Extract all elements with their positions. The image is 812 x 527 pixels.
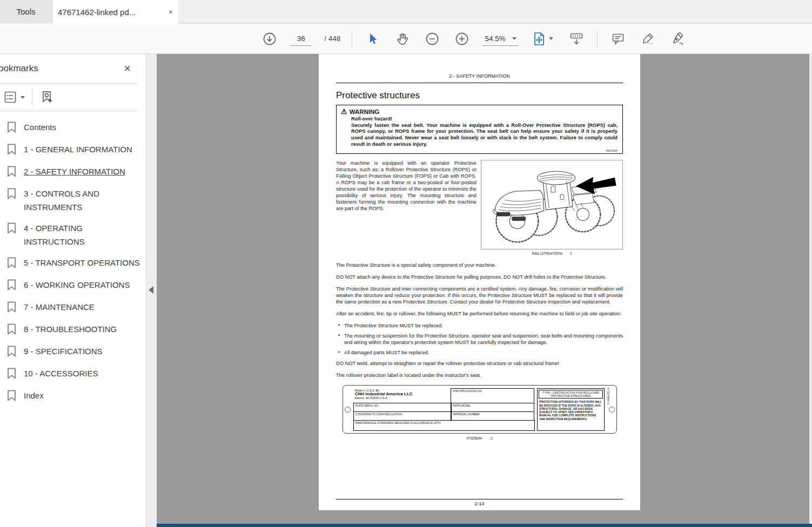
label-company: CNH Industrial America LLC xyxy=(355,392,450,396)
bookmark-label: 3 - CONTROLS AND INSTRUMENTS xyxy=(24,187,140,214)
bookmark-label: Index xyxy=(24,389,44,403)
tab-close-icon[interactable]: × xyxy=(169,8,173,16)
bookmark-locate-icon xyxy=(39,90,55,105)
bullet-item: All damaged parts MUST be replaced. xyxy=(338,349,623,356)
fill-sign-button[interactable] xyxy=(668,30,687,48)
warning-code: W0143A xyxy=(341,149,618,152)
label-address: Racine, WI 53404 U.S.A. xyxy=(355,396,450,400)
bookmark-icon xyxy=(7,344,19,359)
label-for-application: FOR APPLICATION ON xyxy=(451,388,534,403)
label-caption: 479296442 xyxy=(343,436,617,440)
bookmark-item[interactable]: 1 - GENERAL INFORMATION xyxy=(0,139,146,161)
main-toolbar: / 448 54.5% xyxy=(0,24,812,54)
bookmarks-panel: ookmarks × Contents xyxy=(0,54,146,527)
hand-tool-button[interactable] xyxy=(393,30,412,48)
bookmark-label: 9 - SPECIFICATIONS xyxy=(24,344,103,359)
warning-label: WARNING xyxy=(350,109,380,115)
bookmark-icon xyxy=(7,322,19,337)
toolbar-separator xyxy=(597,30,598,48)
page-running-header: 2 - SAFETY INFORMATION xyxy=(336,73,623,79)
locate-current-bookmark-button[interactable] xyxy=(39,90,55,105)
panel-resize-strip[interactable] xyxy=(146,54,157,527)
bookmark-item[interactable]: 10 - ACCESSORIES xyxy=(0,363,146,385)
bookmark-label: 8 - TROUBLESHOOTING xyxy=(24,322,117,337)
label-mount-hole xyxy=(609,407,615,413)
header-rule xyxy=(336,83,623,83)
body-paragraph: After an accident, fire, tip or rollover… xyxy=(336,310,623,317)
toolbar-separator xyxy=(352,30,352,48)
warning-triangle-icon: ⚠ xyxy=(341,108,347,115)
tab-document[interactable]: 47671462-linked pd... × xyxy=(52,0,178,24)
bookmark-item[interactable]: 5 - TRANSPORT OPERATIONS xyxy=(0,252,146,274)
body-paragraph: DO NOT attach any device to the Protecti… xyxy=(336,274,623,280)
tab-document-label: 47671462-linked pd... xyxy=(58,8,136,17)
comment-button[interactable] xyxy=(609,30,627,48)
zoom-out-button[interactable] xyxy=(423,30,441,48)
cursor-arrow-icon xyxy=(366,32,379,45)
highlighter-icon xyxy=(641,32,655,46)
bookmark-item[interactable]: 6 - WORKING OPERATIONS xyxy=(0,274,146,296)
figure-caption: RAIL13TR04792FA1 xyxy=(481,252,623,255)
download-icon xyxy=(263,32,277,46)
dock-toolbar-button[interactable] xyxy=(567,30,586,48)
bookmark-icon xyxy=(7,389,19,403)
bookmark-item[interactable]: 9 - SPECIFICATIONS xyxy=(0,341,146,363)
label-approval: APPROVAL NUMBER xyxy=(451,411,534,421)
highlight-button[interactable] xyxy=(639,30,657,48)
bookmark-item[interactable]: 2 - SAFETY INFORMATION xyxy=(0,161,146,183)
bookmark-item[interactable]: 3 - CONTROLS AND INSTRUMENTS xyxy=(0,183,146,218)
pdf-page: 2 - SAFETY INFORMATION Protective struct… xyxy=(319,54,640,510)
page-footer: 2-14 xyxy=(336,499,623,506)
select-tool-button[interactable] xyxy=(364,30,382,48)
zoom-in-button[interactable] xyxy=(453,30,471,48)
intro-paragraph: Your machine is equipped with an operato… xyxy=(336,160,477,255)
page-number-input[interactable] xyxy=(290,32,312,46)
bookmark-icon xyxy=(7,256,19,271)
bookmark-icon xyxy=(7,278,19,293)
bookmark-icon xyxy=(7,143,19,157)
bookmark-icon xyxy=(7,187,19,214)
zoom-level-dropdown[interactable]: 54.5% xyxy=(482,32,518,46)
label-type-cert: TYPE - CERTIFICATION FOR ROLLOVER PROTEC… xyxy=(539,390,603,399)
label-protection-note: PROTECTION AFFORDED BY THIS ROPS WILL BE… xyxy=(538,400,604,421)
figure-code: RAIL13TR04792FA xyxy=(532,252,562,255)
bookmark-label: 10 - ACCESSORIES xyxy=(24,367,98,381)
chevron-down-icon xyxy=(21,96,25,99)
tractor-line-drawing xyxy=(485,164,619,246)
bookmark-item[interactable]: 8 - TROUBLESHOOTING xyxy=(0,319,146,341)
bullet-item: The mounting or suspension for the Prote… xyxy=(338,333,623,346)
figure-number: 1 xyxy=(570,252,572,255)
page-number: 2-14 xyxy=(336,501,623,506)
label-mount-hole xyxy=(345,407,351,413)
options-list-icon xyxy=(3,90,17,104)
bookmark-icon xyxy=(7,221,19,248)
zoom-in-icon xyxy=(455,32,469,46)
tractor-figure xyxy=(481,160,623,249)
document-viewport[interactable]: 2 - SAFETY INFORMATION Protective struct… xyxy=(157,54,812,527)
close-panel-icon[interactable]: × xyxy=(124,63,131,75)
label-caption-code: 47929644 xyxy=(466,436,482,440)
collapse-panel-icon[interactable] xyxy=(149,286,153,294)
bookmark-label: 7 - MAINTENANCE xyxy=(24,300,95,315)
bookmark-item[interactable]: Index xyxy=(0,385,146,407)
bookmark-label: 6 - WORKING OPERATIONS xyxy=(24,278,130,293)
zoom-level-value: 54.5% xyxy=(485,35,505,43)
bookmarks-options-button[interactable] xyxy=(3,90,25,104)
bookmark-label: 1 - GENERAL INFORMATION xyxy=(24,143,132,157)
vertical-scrollbar[interactable] xyxy=(809,54,812,524)
bullet-list: The Protective Structure MUST be replace… xyxy=(338,322,623,356)
label-rops-model: ROPS MODEL xyxy=(451,403,534,412)
tab-tools-label: Tools xyxy=(16,7,35,16)
bookmark-item[interactable]: 4 - OPERATING INSTRUCTIONS xyxy=(0,218,146,252)
fit-page-button[interactable] xyxy=(530,30,556,48)
download-button[interactable] xyxy=(260,30,279,48)
bookmark-label: 2 - SAFETY INFORMATION xyxy=(24,165,125,179)
label-performance: PERFORMANCE STANDARDS MEASURED IN ACCORD… xyxy=(353,420,535,431)
chevron-down-icon xyxy=(512,37,516,40)
tab-tools[interactable]: Tools xyxy=(0,0,52,23)
section-title: Protective structures xyxy=(336,90,623,101)
bookmark-item[interactable]: 7 - MAINTENANCE xyxy=(0,296,146,319)
bookmarks-panel-title: ookmarks xyxy=(0,63,38,74)
bookmark-item[interactable]: Contents xyxy=(0,117,146,139)
bookmark-icon xyxy=(7,367,19,381)
